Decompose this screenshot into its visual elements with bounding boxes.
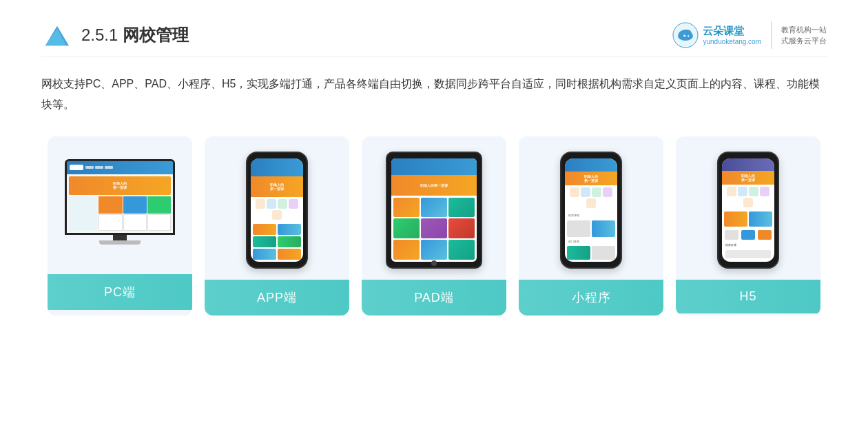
- header-left: 2.5.1 网校管理: [41, 21, 189, 50]
- phone-screen-miniapp: 职场人的第一堂课 推荐课程: [565, 158, 617, 262]
- card-pad: 职场人的第一堂课: [362, 136, 506, 316]
- brand-name: 云朵课堂: [703, 25, 761, 38]
- card-pc: 职场人的第一堂课: [48, 136, 192, 316]
- card-h5-image: 职场人的第一堂课: [676, 136, 820, 280]
- pc-monitor: 职场人的第一堂课: [65, 159, 175, 235]
- pc-screen: 职场人的第一堂课: [67, 161, 173, 233]
- card-miniapp-image: 职场人的第一堂课 推荐课程: [519, 136, 663, 280]
- logo-icon: [41, 21, 70, 50]
- brand-url: yunduoketang.com: [703, 38, 761, 45]
- card-h5-label: H5: [676, 280, 820, 313]
- description-text: 网校支持PC、APP、PAD、小程序、H5，实现多端打通，产品各终端自由切换，数…: [41, 74, 827, 116]
- slogan-line2: 式服务云平台: [781, 35, 827, 47]
- card-app-image: 职场人的第一堂课: [205, 136, 349, 280]
- brand-logo: ★ ★ 云朵课堂 yunduoketang.com 教育机构一站 式服务云平台: [672, 21, 827, 49]
- brand-icon: ★ ★: [672, 22, 699, 48]
- header: 2.5.1 网校管理 ★ ★ 云朵课堂 yundu: [41, 21, 827, 57]
- card-pc-label: PC端: [48, 274, 192, 310]
- card-h5: 职场人的第一堂课: [676, 136, 820, 316]
- card-app: 职场人的第一堂课: [205, 136, 349, 316]
- title-prefix: 2.5.1: [81, 25, 123, 44]
- card-pad-image: 职场人的第一堂课: [362, 136, 506, 280]
- card-pc-image: 职场人的第一堂课: [48, 136, 192, 274]
- page-container: 2.5.1 网校管理 ★ ★ 云朵课堂 yundu: [0, 0, 868, 434]
- title-bold: 网校管理: [123, 25, 189, 44]
- card-miniapp-label: 小程序: [519, 280, 663, 316]
- phone-notch: [267, 153, 287, 157]
- phone-notch-h5: [738, 153, 758, 157]
- device-phone-h5: 职场人的第一堂课: [717, 152, 779, 269]
- device-tablet: 职场人的第一堂课: [386, 152, 482, 269]
- device-phone-app: 职场人的第一堂课: [246, 152, 308, 269]
- card-app-label: APP端: [205, 280, 349, 316]
- brand-divider: [771, 21, 772, 49]
- brand-slogan: 教育机构一站 式服务云平台: [781, 24, 827, 47]
- page-title: 2.5.1 网校管理: [81, 24, 189, 46]
- brand-text: 云朵课堂 yunduoketang.com: [703, 25, 761, 45]
- phone-screen-h5: 职场人的第一堂课: [722, 158, 774, 262]
- device-pc: 职场人的第一堂课: [61, 159, 178, 256]
- slogan-line1: 教育机构一站: [781, 24, 827, 36]
- phone-notch-miniapp: [581, 153, 601, 157]
- tablet-screen: 职场人的第一堂课: [391, 158, 477, 262]
- cards-container: 职场人的第一堂课: [41, 136, 827, 316]
- card-pad-label: PAD端: [362, 280, 506, 316]
- card-miniapp: 职场人的第一堂课 推荐课程: [519, 136, 663, 316]
- device-phone-miniapp: 职场人的第一堂课 推荐课程: [560, 152, 622, 269]
- svg-text:★: ★: [683, 34, 686, 38]
- phone-screen-app: 职场人的第一堂课: [251, 158, 303, 262]
